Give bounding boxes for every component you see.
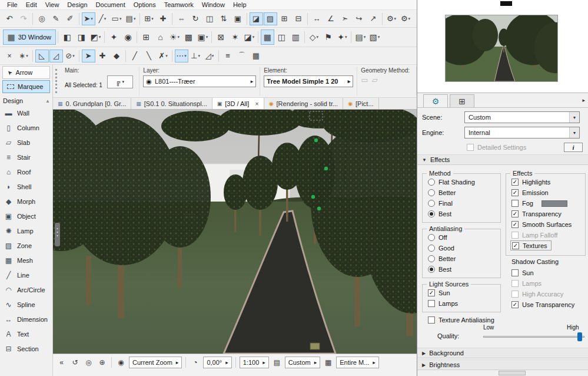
- infobar-grip[interactable]: [55, 69, 59, 93]
- scene-select[interactable]: Custom ▾: [464, 111, 580, 123]
- elevate-icon[interactable]: ⇅: [217, 12, 231, 25]
- view-axon-icon-dropdown[interactable]: ▾: [99, 35, 101, 39]
- menu-help[interactable]: Help: [229, 1, 251, 9]
- grid-rotate-icon[interactable]: ▦: [250, 50, 263, 62]
- effects-section-header[interactable]: ▼ Effects: [417, 154, 588, 165]
- tool-stair[interactable]: ≡Stair: [0, 150, 52, 164]
- checkbox-lamps-control[interactable]: [511, 280, 519, 287]
- arrow-tool-button[interactable]: ➤ Arrow: [2, 66, 50, 79]
- tool-spline[interactable]: ∿Spline: [0, 297, 52, 312]
- multiply-icon[interactable]: ▣: [231, 12, 245, 25]
- layer-visibility-eye-icon[interactable]: ◉: [146, 78, 152, 85]
- quick-options-icon[interactable]: ▤: [271, 357, 283, 368]
- tool-column[interactable]: ▯Column: [0, 120, 52, 135]
- view-top-icon[interactable]: ◧: [61, 29, 74, 45]
- radio-better-control[interactable]: [428, 255, 435, 262]
- checkbox-sun-control[interactable]: [511, 269, 519, 276]
- menu-file[interactable]: File: [3, 1, 22, 9]
- radio-flat-shading[interactable]: Flat Shading: [423, 177, 500, 187]
- tab-3d-all[interactable]: ▣[3D / All]×: [212, 98, 264, 109]
- checkbox-control[interactable]: [467, 144, 474, 151]
- checkbox-lamp-falloff[interactable]: Lamp Falloff: [507, 230, 584, 240]
- story-icon[interactable]: ⊞: [139, 29, 153, 45]
- gravity-slab-icon[interactable]: ◺: [35, 50, 49, 62]
- checkbox-lamp-falloff-control[interactable]: [511, 232, 519, 239]
- publisher-icon[interactable]: ▤▾: [354, 29, 367, 45]
- shadow-icon[interactable]: ▩: [182, 29, 195, 45]
- hotspot-snap-icon[interactable]: ✚: [96, 50, 109, 62]
- sun-icon[interactable]: ☀▾: [168, 29, 181, 45]
- tool-zone[interactable]: ▨Zone: [0, 238, 52, 253]
- radio-off[interactable]: Off: [423, 232, 500, 243]
- fit-in-window-icon[interactable]: ⊕: [96, 357, 108, 368]
- tool-roof[interactable]: ⌂Roof: [0, 164, 52, 179]
- viewport-scroll-grip[interactable]: [55, 223, 60, 246]
- cutplane-icon[interactable]: ◪▾: [242, 29, 256, 45]
- suspend-groups-icon-dropdown[interactable]: ▾: [72, 54, 75, 58]
- publisher-icon-dropdown[interactable]: ▾: [364, 35, 366, 39]
- snap-guides-icon-dropdown[interactable]: ▾: [184, 54, 187, 58]
- arrow-tool-icon[interactable]: ➤▾: [82, 12, 95, 25]
- tab-close-icon[interactable]: ×: [255, 100, 258, 107]
- redo-icon[interactable]: ↷: [17, 12, 31, 25]
- organizer-icon-dropdown[interactable]: ▾: [378, 35, 380, 39]
- tool-wall[interactable]: ▬Wall: [0, 105, 52, 120]
- snap-reference-icon-dropdown[interactable]: ▾: [26, 54, 28, 58]
- scale-combo[interactable]: 1:100▸: [240, 357, 269, 368]
- organizer-icon[interactable]: ▧▾: [368, 29, 381, 45]
- checkbox-lamps[interactable]: Lamps: [507, 278, 586, 289]
- grid-snap-icon[interactable]: ⊞▾: [142, 12, 156, 25]
- radio-final[interactable]: Final: [423, 198, 500, 209]
- home-story-icon[interactable]: ⌂: [154, 29, 167, 45]
- chevron-right-icon[interactable]: ▸: [225, 359, 228, 365]
- renovation-status-icon[interactable]: ▨: [264, 12, 277, 25]
- camera-icon[interactable]: ▣▾: [196, 29, 210, 45]
- arc-guide-icon[interactable]: ⌒: [235, 50, 249, 62]
- radio-better[interactable]: Better: [423, 253, 500, 264]
- chevron-right-icon[interactable]: ▸: [348, 78, 351, 84]
- menu-view[interactable]: View: [41, 1, 64, 9]
- sun-icon-dropdown[interactable]: ▾: [178, 35, 180, 39]
- look-to-icon[interactable]: ◉: [121, 29, 135, 45]
- view-front-icon[interactable]: ◨: [75, 29, 88, 45]
- remove-guides-icon-dropdown[interactable]: ▾: [165, 54, 168, 58]
- checkbox-fog[interactable]: Fog: [507, 198, 584, 209]
- checkbox-lamps-control[interactable]: [428, 300, 435, 307]
- checkbox-control[interactable]: [428, 316, 435, 324]
- marquee-tool-button[interactable]: Marquee: [2, 80, 50, 93]
- settings-a-icon-dropdown[interactable]: ▾: [394, 17, 397, 21]
- orientation-icon[interactable]: ◔: [189, 357, 201, 368]
- checkbox-sun-control[interactable]: ✓: [428, 289, 435, 296]
- tab-settings[interactable]: ⚙: [423, 94, 448, 107]
- line-pen-icon-dropdown[interactable]: ▾: [104, 17, 107, 21]
- background-section-header[interactable]: ▶ Background: [417, 348, 588, 358]
- rotate-icon[interactable]: ↻: [189, 12, 202, 25]
- texture-antialiasing-checkbox[interactable]: Texture Antialiasing: [423, 315, 529, 325]
- walk-icon[interactable]: ✦: [107, 29, 121, 45]
- info-button[interactable]: i: [564, 143, 583, 152]
- radio-best[interactable]: Best: [423, 264, 500, 275]
- tab-rendering[interactable]: ◉[Rendering - solid tr...: [264, 98, 343, 109]
- schedule-icon[interactable]: ⊞: [278, 12, 291, 25]
- checkbox-use-transparency[interactable]: ✓Use Transparency: [507, 299, 586, 310]
- checkbox-fog-control[interactable]: [511, 200, 519, 207]
- tool-line[interactable]: ╱Line: [0, 268, 52, 282]
- composite-icon-dropdown[interactable]: ▾: [134, 17, 136, 21]
- radio-flat-shading-control[interactable]: [428, 179, 435, 186]
- drag-icon[interactable]: ⇔: [175, 12, 188, 25]
- chevron-right-icon[interactable]: ▸: [314, 359, 317, 365]
- radio-best[interactable]: Best: [423, 209, 500, 219]
- arrow-ne-icon[interactable]: ↗: [367, 12, 380, 25]
- 3d-viewport[interactable]: [53, 110, 417, 354]
- palette-drag-handle[interactable]: [500, 1, 512, 6]
- brightness-section-header[interactable]: ▶ Brightness: [417, 359, 588, 370]
- geometry-rotated-rect-icon[interactable]: ▱: [372, 75, 378, 84]
- line-pen-icon[interactable]: ╱▾: [96, 12, 109, 25]
- slope-icon-dropdown[interactable]: ▾: [212, 54, 214, 58]
- checkbox-highlights[interactable]: ✓Highlights: [507, 177, 584, 187]
- tool-object[interactable]: ▣Object: [0, 209, 52, 223]
- chevron-down-icon[interactable]: ▾: [569, 127, 579, 138]
- arrow-tool-icon-dropdown[interactable]: ▾: [91, 17, 93, 21]
- pick-up-parameters-icon[interactable]: ✎: [49, 12, 63, 25]
- checkbox-lamps[interactable]: Lamps: [423, 298, 500, 309]
